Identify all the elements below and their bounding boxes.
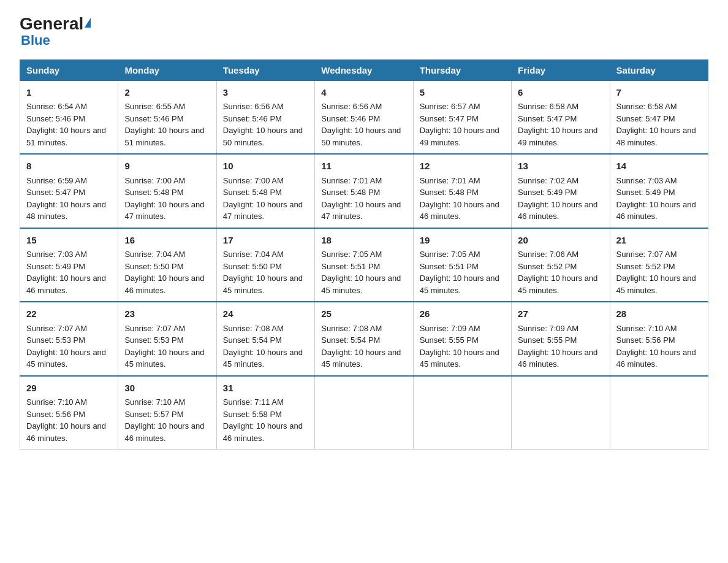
- calendar-cell: 23Sunrise: 7:07 AMSunset: 5:53 PMDayligh…: [118, 302, 216, 376]
- calendar-cell: [413, 376, 511, 450]
- sunrise-text: Sunrise: 7:07 AM: [124, 324, 185, 333]
- daylight-text: Daylight: 10 hours and 45 minutes.: [616, 274, 696, 295]
- sunrise-text: Sunrise: 7:07 AM: [26, 324, 87, 333]
- daylight-text: Daylight: 10 hours and 47 minutes.: [223, 200, 303, 221]
- calendar-cell: 16Sunrise: 7:04 AMSunset: 5:50 PMDayligh…: [118, 228, 216, 302]
- sunset-text: Sunset: 5:56 PM: [616, 335, 675, 345]
- sunrise-text: Sunrise: 7:09 AM: [518, 324, 578, 333]
- calendar-cell: 27Sunrise: 7:09 AMSunset: 5:55 PMDayligh…: [512, 302, 610, 376]
- header-day-wednesday: Wednesday: [315, 59, 413, 80]
- logo-triangle-icon: [85, 18, 91, 28]
- calendar-cell: 4Sunrise: 6:56 AMSunset: 5:46 PMDaylight…: [315, 80, 413, 154]
- calendar-cell: 14Sunrise: 7:03 AMSunset: 5:49 PMDayligh…: [610, 154, 708, 228]
- sunrise-text: Sunrise: 7:08 AM: [223, 324, 284, 333]
- sunrise-text: Sunrise: 6:56 AM: [321, 102, 382, 111]
- calendar-cell: 25Sunrise: 7:08 AMSunset: 5:54 PMDayligh…: [315, 302, 413, 376]
- day-number: 26: [420, 307, 505, 321]
- day-number: 27: [518, 307, 603, 321]
- sunrise-text: Sunrise: 6:56 AM: [223, 102, 284, 111]
- daylight-text: Daylight: 10 hours and 46 minutes.: [616, 348, 696, 369]
- sunrise-text: Sunrise: 7:06 AM: [518, 250, 578, 259]
- sunrise-text: Sunrise: 7:11 AM: [223, 397, 284, 407]
- day-number: 31: [223, 381, 308, 396]
- day-number: 25: [321, 307, 406, 321]
- daylight-text: Daylight: 10 hours and 45 minutes.: [420, 274, 499, 295]
- day-number: 20: [518, 234, 603, 248]
- calendar-cell: 22Sunrise: 7:07 AMSunset: 5:53 PMDayligh…: [20, 302, 118, 376]
- sunset-text: Sunset: 5:52 PM: [518, 262, 577, 271]
- sunrise-text: Sunrise: 7:10 AM: [26, 397, 87, 407]
- calendar-cell: [512, 376, 610, 450]
- daylight-text: Daylight: 10 hours and 50 minutes.: [321, 126, 401, 147]
- calendar-cell: 11Sunrise: 7:01 AMSunset: 5:48 PMDayligh…: [315, 154, 413, 228]
- sunset-text: Sunset: 5:57 PM: [124, 410, 183, 419]
- sunset-text: Sunset: 5:47 PM: [518, 114, 577, 123]
- calendar-cell: 9Sunrise: 7:00 AMSunset: 5:48 PMDaylight…: [118, 154, 216, 228]
- sunset-text: Sunset: 5:56 PM: [26, 410, 85, 419]
- day-number: 3: [223, 86, 308, 100]
- logo-blue-text: Blue: [21, 33, 50, 48]
- daylight-text: Daylight: 10 hours and 45 minutes.: [518, 274, 597, 295]
- calendar-cell: 20Sunrise: 7:06 AMSunset: 5:52 PMDayligh…: [512, 228, 610, 302]
- sunrise-text: Sunrise: 6:57 AM: [420, 102, 480, 111]
- sunset-text: Sunset: 5:52 PM: [616, 262, 675, 271]
- calendar-cell: 7Sunrise: 6:58 AMSunset: 5:47 PMDaylight…: [610, 80, 708, 154]
- sunset-text: Sunset: 5:47 PM: [26, 188, 85, 197]
- sunset-text: Sunset: 5:53 PM: [26, 335, 85, 345]
- sunrise-text: Sunrise: 7:10 AM: [124, 397, 185, 407]
- calendar-cell: 17Sunrise: 7:04 AMSunset: 5:50 PMDayligh…: [216, 228, 314, 302]
- day-number: 30: [124, 381, 210, 396]
- day-number: 11: [321, 159, 406, 174]
- calendar-cell: 6Sunrise: 6:58 AMSunset: 5:47 PMDaylight…: [512, 80, 610, 154]
- daylight-text: Daylight: 10 hours and 48 minutes.: [26, 200, 106, 221]
- calendar-cell: 3Sunrise: 6:56 AMSunset: 5:46 PMDaylight…: [216, 80, 314, 154]
- header-day-friday: Friday: [512, 59, 610, 80]
- daylight-text: Daylight: 10 hours and 47 minutes.: [321, 200, 401, 221]
- sunset-text: Sunset: 5:47 PM: [420, 114, 479, 123]
- daylight-text: Daylight: 10 hours and 50 minutes.: [223, 126, 303, 147]
- sunrise-text: Sunrise: 7:01 AM: [321, 176, 382, 185]
- sunset-text: Sunset: 5:48 PM: [420, 188, 479, 197]
- day-number: 9: [124, 159, 210, 174]
- daylight-text: Daylight: 10 hours and 48 minutes.: [616, 126, 696, 147]
- sunrise-text: Sunrise: 7:04 AM: [223, 250, 284, 259]
- week-row-5: 29Sunrise: 7:10 AMSunset: 5:56 PMDayligh…: [20, 376, 708, 450]
- sunrise-text: Sunrise: 7:05 AM: [321, 250, 382, 259]
- sunrise-text: Sunrise: 6:58 AM: [518, 102, 578, 111]
- header-day-thursday: Thursday: [413, 59, 511, 80]
- daylight-text: Daylight: 10 hours and 47 minutes.: [124, 200, 204, 221]
- day-number: 23: [124, 307, 210, 321]
- day-number: 5: [420, 86, 505, 100]
- daylight-text: Daylight: 10 hours and 45 minutes.: [223, 348, 303, 369]
- sunrise-text: Sunrise: 7:10 AM: [616, 324, 677, 333]
- daylight-text: Daylight: 10 hours and 49 minutes.: [518, 126, 597, 147]
- sunset-text: Sunset: 5:48 PM: [124, 188, 183, 197]
- calendar-cell: 1Sunrise: 6:54 AMSunset: 5:46 PMDaylight…: [20, 80, 118, 154]
- day-number: 6: [518, 86, 603, 100]
- sunset-text: Sunset: 5:53 PM: [124, 335, 183, 345]
- calendar-cell: 29Sunrise: 7:10 AMSunset: 5:56 PMDayligh…: [20, 376, 118, 450]
- daylight-text: Daylight: 10 hours and 45 minutes.: [321, 348, 401, 369]
- daylight-text: Daylight: 10 hours and 46 minutes.: [223, 421, 303, 443]
- daylight-text: Daylight: 10 hours and 51 minutes.: [124, 126, 204, 147]
- calendar-cell: 2Sunrise: 6:55 AMSunset: 5:46 PMDaylight…: [118, 80, 216, 154]
- week-row-3: 15Sunrise: 7:03 AMSunset: 5:49 PMDayligh…: [20, 228, 708, 302]
- sunrise-text: Sunrise: 7:05 AM: [420, 250, 480, 259]
- sunrise-text: Sunrise: 7:00 AM: [223, 176, 284, 185]
- sunrise-text: Sunrise: 7:07 AM: [616, 250, 677, 259]
- day-number: 17: [223, 234, 308, 248]
- day-number: 21: [616, 234, 702, 248]
- header-day-monday: Monday: [118, 59, 216, 80]
- calendar-cell: 31Sunrise: 7:11 AMSunset: 5:58 PMDayligh…: [216, 376, 314, 450]
- sunrise-text: Sunrise: 7:03 AM: [26, 250, 87, 259]
- sunset-text: Sunset: 5:55 PM: [420, 335, 479, 345]
- day-number: 13: [518, 159, 603, 174]
- week-row-4: 22Sunrise: 7:07 AMSunset: 5:53 PMDayligh…: [20, 302, 708, 376]
- daylight-text: Daylight: 10 hours and 46 minutes.: [518, 200, 597, 221]
- sunrise-text: Sunrise: 6:54 AM: [26, 102, 87, 111]
- sunrise-text: Sunrise: 7:04 AM: [124, 250, 185, 259]
- sunrise-text: Sunrise: 7:08 AM: [321, 324, 382, 333]
- logo: General Blue: [20, 15, 91, 48]
- daylight-text: Daylight: 10 hours and 45 minutes.: [124, 348, 204, 369]
- sunset-text: Sunset: 5:46 PM: [321, 114, 380, 123]
